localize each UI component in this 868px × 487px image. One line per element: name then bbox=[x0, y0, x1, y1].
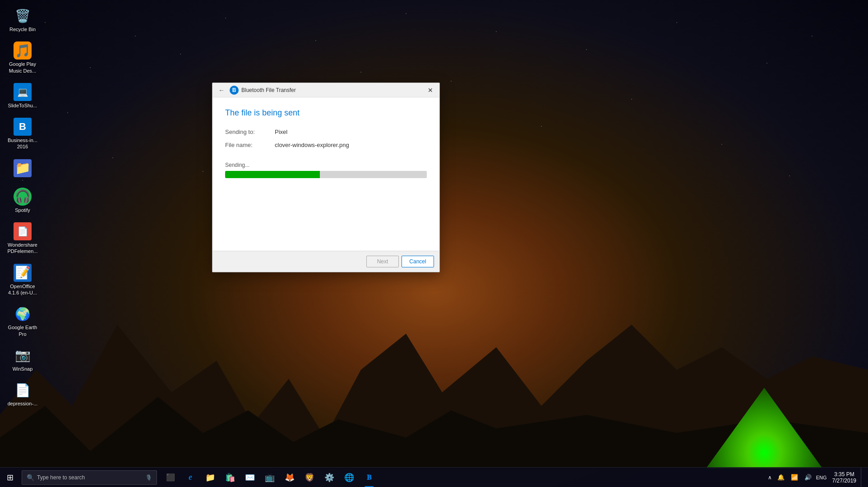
taskbar: ⊞ 🔍 Type here to search 🎙️ ⬛ e 📁 🛍️ ✉️ 📺… bbox=[0, 467, 868, 487]
winsnap-icon: 📷 bbox=[14, 346, 32, 364]
wifi-icon: 📶 bbox=[791, 474, 798, 481]
business-2016-icon: B bbox=[14, 118, 32, 136]
dialog-footer: Next Cancel bbox=[212, 251, 439, 272]
email-button[interactable]: ✉️ bbox=[240, 468, 260, 487]
chrome-button[interactable]: 🌐 bbox=[339, 468, 359, 487]
depression-file-label: depression-... bbox=[8, 400, 38, 407]
dialog-titlebar: ← B Bluetooth File Transfer ✕ bbox=[212, 83, 439, 97]
dialog-heading: The file is being sent bbox=[225, 108, 427, 118]
app7-icon: ⚙️ bbox=[324, 473, 334, 482]
edge-icon: e bbox=[189, 473, 192, 482]
desktop-icon-depression-file[interactable]: 📄 depression-... bbox=[5, 379, 41, 409]
wondershare-icon: 📄 bbox=[14, 222, 32, 240]
desktop-icon-business-2016[interactable]: B Business-in... 2016 bbox=[5, 115, 41, 152]
dialog-body: The file is being sent Sending to: Pixel… bbox=[212, 97, 439, 251]
microphone-icon: 🎙️ bbox=[145, 474, 152, 481]
app7-button[interactable]: ⚙️ bbox=[319, 468, 339, 487]
task-view-button[interactable]: ⬛ bbox=[161, 468, 180, 487]
search-icon: 🔍 bbox=[27, 474, 34, 481]
spotify-icon: 🎧 bbox=[14, 188, 32, 206]
volume-icon[interactable]: 🔊 bbox=[802, 470, 814, 485]
progress-bar-container bbox=[225, 171, 427, 178]
app5-button[interactable]: 📺 bbox=[260, 468, 280, 487]
chevron-up-icon: ∧ bbox=[768, 474, 772, 481]
edge-button[interactable]: e bbox=[180, 468, 200, 487]
desktop-icons-container: 🗑️ Recycle Bin 🎵 Google Play Music Des..… bbox=[0, 0, 45, 416]
depression-file-icon: 📄 bbox=[14, 381, 32, 399]
email-icon: ✉️ bbox=[245, 473, 255, 482]
store-button[interactable]: 🛍️ bbox=[220, 468, 240, 487]
dialog-back-button[interactable]: ← bbox=[216, 85, 227, 96]
speaker-icon: 🔊 bbox=[804, 474, 812, 481]
progress-bar-fill bbox=[225, 171, 320, 178]
desktop-icon-file-manager[interactable]: 📁 bbox=[5, 157, 41, 181]
dialog-title: Bluetooth File Transfer bbox=[241, 87, 425, 93]
desktop-icon-spotify[interactable]: 🎧 Spotify bbox=[5, 185, 41, 216]
openoffice-icon: 📝 bbox=[14, 264, 32, 282]
taskbar-apps: ⬛ e 📁 🛍️ ✉️ 📺 🦊 🦁 ⚙️ 🌐 � bbox=[161, 468, 379, 487]
cancel-button[interactable]: Cancel bbox=[402, 256, 434, 267]
chrome-icon: 🌐 bbox=[344, 473, 354, 482]
file-name-label: File name: bbox=[225, 142, 275, 148]
store-icon: 🛍️ bbox=[225, 473, 235, 482]
file-explorer-button[interactable]: 📁 bbox=[200, 468, 220, 487]
google-earth-icon: 🌍 bbox=[14, 305, 32, 323]
brave-icon: 🦁 bbox=[305, 473, 314, 482]
business-2016-label: Business-in... 2016 bbox=[7, 137, 38, 150]
task-view-icon: ⬛ bbox=[166, 473, 175, 482]
next-button[interactable]: Next bbox=[366, 256, 399, 267]
app6-button[interactable]: 🦊 bbox=[280, 468, 300, 487]
desktop-icon-winsnap[interactable]: 📷 WinSnap bbox=[5, 344, 41, 374]
taskbar-clock[interactable]: 3:35 PM 7/27/2019 bbox=[829, 468, 860, 487]
dialog-close-button[interactable]: ✕ bbox=[425, 85, 436, 96]
desktop-icon-google-earth[interactable]: 🌍 Google Earth Pro bbox=[5, 303, 41, 340]
system-tray: 🔔 📶 🔊 ENG bbox=[775, 470, 828, 485]
dialog-status: Sending... bbox=[225, 162, 427, 168]
recycle-bin-label: Recycle Bin bbox=[9, 26, 36, 32]
network-icon[interactable]: 📶 bbox=[788, 470, 801, 485]
notification-icon[interactable]: 🔔 bbox=[775, 470, 787, 485]
wondershare-label: Wondershare PDFelemen... bbox=[7, 242, 38, 255]
windows-logo-icon: ⊞ bbox=[7, 473, 14, 482]
sending-to-label: Sending to: bbox=[225, 129, 275, 135]
slide-to-shut-icon: 💻 bbox=[14, 83, 32, 101]
back-arrow-icon: ← bbox=[218, 87, 225, 94]
spotify-label: Spotify bbox=[15, 207, 30, 213]
app5-icon: 📺 bbox=[265, 473, 275, 482]
sending-to-value: Pixel bbox=[275, 129, 287, 135]
ime-indicator[interactable]: ENG bbox=[815, 470, 828, 485]
desktop-icon-google-play-music[interactable]: 🎵 Google Play Music Des... bbox=[5, 39, 41, 76]
google-play-music-label: Google Play Music Des... bbox=[7, 61, 38, 74]
taskbar-right: ∧ 🔔 📶 🔊 ENG 3:35 PM 7/27/2019 bbox=[766, 468, 868, 487]
search-placeholder: Type here to search bbox=[37, 474, 85, 481]
openoffice-label: OpenOffice 4.1.6 (en-U... bbox=[7, 283, 38, 296]
ime-label: ENG bbox=[816, 475, 827, 480]
file-name-value: clover-windows-explorer.png bbox=[275, 142, 349, 148]
clock-date: 7/27/2019 bbox=[832, 478, 856, 484]
google-earth-label: Google Earth Pro bbox=[7, 324, 38, 337]
tent-decoration bbox=[697, 370, 832, 469]
taskbar-search-box[interactable]: 🔍 Type here to search 🎙️ bbox=[22, 470, 157, 485]
file-manager-icon: 📁 bbox=[14, 159, 32, 177]
desktop-icon-slide-to-shut[interactable]: 💻 SlideToShu... bbox=[5, 81, 41, 111]
desktop-icon-openoffice[interactable]: 📝 OpenOffice 4.1.6 (en-U... bbox=[5, 262, 41, 299]
desktop-icon-recycle-bin[interactable]: 🗑️ Recycle Bin bbox=[5, 5, 41, 35]
show-more-icons-button[interactable]: ∧ bbox=[766, 468, 774, 487]
file-explorer-icon: 📁 bbox=[205, 473, 215, 482]
notification-bell-icon: 🔔 bbox=[777, 474, 785, 481]
google-play-music-icon: 🎵 bbox=[14, 41, 32, 60]
show-desktop-button[interactable] bbox=[861, 468, 864, 487]
slide-to-shut-label: SlideToShu... bbox=[8, 102, 37, 109]
bluetooth-transfer-dialog: ← B Bluetooth File Transfer ✕ The file i… bbox=[212, 83, 440, 272]
winsnap-label: WinSnap bbox=[13, 366, 33, 372]
recycle-bin-icon: 🗑️ bbox=[14, 7, 32, 25]
close-icon: ✕ bbox=[428, 87, 433, 94]
start-button[interactable]: ⊞ bbox=[0, 468, 20, 487]
bluetooth-icon: B bbox=[230, 86, 239, 95]
dialog-field-sending-to: Sending to: Pixel bbox=[225, 129, 427, 135]
clock-time: 3:35 PM bbox=[834, 471, 854, 478]
dialog-field-filename: File name: clover-windows-explorer.png bbox=[225, 142, 427, 148]
bluetooth-taskbar-button[interactable]: 𝐁 bbox=[359, 468, 379, 487]
brave-button[interactable]: 🦁 bbox=[300, 468, 319, 487]
desktop-icon-wondershare[interactable]: 📄 Wondershare PDFelemen... bbox=[5, 220, 41, 257]
